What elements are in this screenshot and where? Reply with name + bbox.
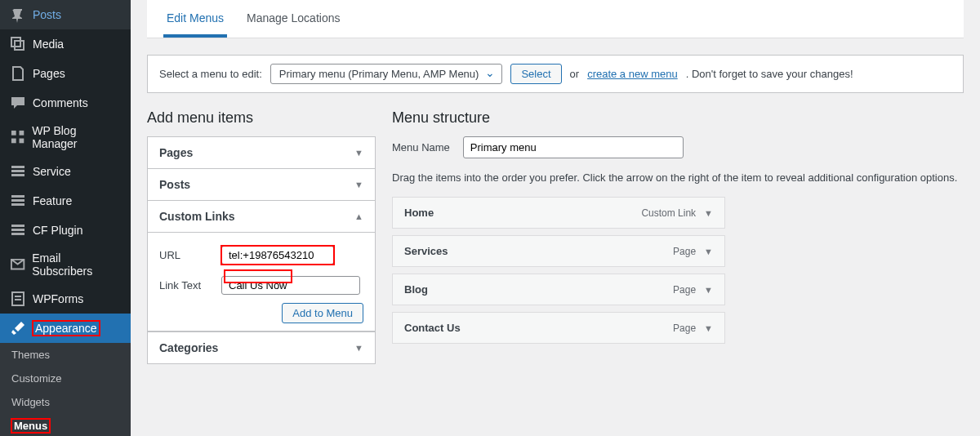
sidebar-item-appearance[interactable]: Appearance bbox=[0, 314, 131, 343]
svg-rect-0 bbox=[11, 131, 16, 136]
menu-item[interactable]: Home Custom Link ▼ bbox=[392, 197, 725, 229]
submenu-customize[interactable]: Customize bbox=[0, 367, 131, 390]
menu-item[interactable]: Services Page ▼ bbox=[392, 235, 725, 267]
list-icon bbox=[10, 222, 26, 238]
select-button[interactable]: Select bbox=[510, 64, 561, 84]
sidebar-item-label: Email Subscribers bbox=[32, 251, 121, 278]
panel-posts[interactable]: Posts ▼ bbox=[148, 169, 375, 201]
url-input[interactable] bbox=[221, 246, 334, 265]
tab-edit-menus[interactable]: Edit Menus bbox=[163, 0, 227, 38]
panel-title: Custom Links bbox=[159, 210, 235, 223]
menu-name-input[interactable] bbox=[463, 136, 684, 158]
chevron-up-icon: ▲ bbox=[354, 211, 363, 221]
svg-rect-2 bbox=[11, 139, 16, 144]
sidebar-item-wpforms[interactable]: WPForms bbox=[0, 284, 131, 314]
menu-item[interactable]: Blog Page ▼ bbox=[392, 274, 725, 305]
tabs-bar: Edit Menus Manage Locations bbox=[147, 0, 964, 38]
sidebar-item-feature[interactable]: Feature bbox=[0, 186, 131, 216]
menu-item-type: Custom Link bbox=[641, 207, 696, 219]
sidebar-item-pages[interactable]: Pages bbox=[0, 59, 131, 88]
comment-icon bbox=[10, 95, 26, 111]
sidebar-item-label: Comments bbox=[33, 96, 88, 109]
menu-item[interactable]: Contact Us Page ▼ bbox=[392, 312, 725, 344]
link-text-highlight bbox=[225, 270, 292, 283]
create-menu-link[interactable]: create a new menu bbox=[587, 68, 678, 80]
admin-sidebar: Posts Media Pages Comments WP Blog Manag… bbox=[0, 0, 131, 436]
chevron-down-icon[interactable]: ▼ bbox=[704, 247, 713, 256]
sidebar-item-label: CF Plugin bbox=[33, 224, 82, 237]
content-area: Edit Menus Manage Locations Select a men… bbox=[131, 0, 980, 436]
menu-items-list: Home Custom Link ▼ Services Page ▼ Blog … bbox=[392, 197, 725, 344]
chevron-down-icon: ▼ bbox=[354, 148, 363, 158]
tab-manage-locations[interactable]: Manage Locations bbox=[243, 0, 343, 38]
menu-item-type: Page bbox=[673, 246, 696, 257]
submenu-themes[interactable]: Themes bbox=[0, 343, 131, 367]
menu-item-title: Contact Us bbox=[404, 322, 673, 334]
sidebar-item-email-subscribers[interactable]: Email Subscribers bbox=[0, 245, 131, 284]
or-text: or bbox=[570, 68, 580, 80]
sidebar-item-label: Pages bbox=[33, 67, 65, 80]
list-icon bbox=[10, 193, 26, 209]
svg-rect-12 bbox=[11, 233, 24, 235]
svg-rect-11 bbox=[11, 229, 24, 231]
sidebar-item-label: Feature bbox=[33, 194, 72, 207]
menu-structure-column: Menu structure Menu Name Drag the items … bbox=[392, 109, 964, 436]
url-label: URL bbox=[159, 249, 213, 261]
chevron-down-icon[interactable]: ▼ bbox=[704, 285, 713, 295]
menu-select-row: Select a menu to edit: Primary menu (Pri… bbox=[147, 55, 964, 93]
sidebar-item-label: WP Blog Manager bbox=[32, 124, 121, 150]
panel-title: Pages bbox=[159, 146, 193, 159]
svg-rect-5 bbox=[11, 170, 24, 172]
panel-custom-links[interactable]: Custom Links ▲ bbox=[148, 201, 375, 233]
suffix-text: . Don't forget to save your changes! bbox=[686, 68, 853, 80]
svg-rect-9 bbox=[11, 203, 24, 206]
svg-rect-8 bbox=[11, 199, 24, 202]
sidebar-item-wp-blog-manager[interactable]: WP Blog Manager bbox=[0, 118, 131, 157]
svg-rect-4 bbox=[11, 166, 24, 168]
panel-title: Categories bbox=[159, 341, 218, 354]
sidebar-item-label: Appearance bbox=[33, 321, 100, 336]
panel-pages[interactable]: Pages ▼ bbox=[148, 137, 375, 169]
panel-categories[interactable]: Categories ▼ bbox=[148, 331, 375, 363]
pin-icon bbox=[10, 7, 26, 23]
sidebar-item-posts[interactable]: Posts bbox=[0, 0, 131, 29]
menu-item-type: Page bbox=[673, 284, 696, 296]
chevron-down-icon: ▼ bbox=[354, 343, 363, 353]
menu-item-type: Page bbox=[673, 323, 696, 334]
submenu-label: Menus bbox=[11, 419, 50, 433]
media-icon bbox=[10, 36, 26, 52]
chevron-down-icon[interactable]: ▼ bbox=[704, 208, 713, 218]
menu-structure-heading: Menu structure bbox=[392, 109, 964, 127]
form-icon bbox=[10, 291, 26, 307]
page-icon bbox=[10, 65, 26, 82]
add-to-menu-button[interactable]: Add to Menu bbox=[282, 303, 363, 323]
sidebar-item-comments[interactable]: Comments bbox=[0, 88, 131, 118]
list-icon bbox=[10, 163, 26, 180]
sidebar-item-label: Service bbox=[33, 165, 71, 178]
sidebar-item-label: Posts bbox=[33, 8, 61, 21]
menu-dropdown[interactable]: Primary menu (Primary Menu, AMP Menu) bbox=[270, 64, 503, 84]
sidebar-item-service[interactable]: Service bbox=[0, 157, 131, 186]
submenu-widgets[interactable]: Widgets bbox=[0, 390, 131, 414]
drag-hint: Drag the items into the order you prefer… bbox=[392, 171, 964, 184]
envelope-icon bbox=[10, 256, 25, 273]
menu-item-title: Home bbox=[404, 207, 641, 219]
sidebar-item-label: WPForms bbox=[33, 292, 83, 305]
svg-rect-7 bbox=[11, 195, 24, 198]
custom-links-body: URL Link Text Add to Menu bbox=[148, 233, 375, 331]
svg-rect-6 bbox=[11, 174, 24, 176]
panel-title: Posts bbox=[159, 178, 190, 191]
grid-icon bbox=[10, 129, 25, 145]
svg-rect-1 bbox=[20, 131, 24, 136]
sidebar-item-cf-plugin[interactable]: CF Plugin bbox=[0, 216, 131, 245]
appearance-submenu: Themes Customize Widgets Menus Header bbox=[0, 343, 131, 436]
menu-item-title: Services bbox=[404, 245, 673, 257]
chevron-down-icon[interactable]: ▼ bbox=[704, 323, 713, 333]
brush-icon bbox=[10, 320, 26, 336]
sidebar-item-media[interactable]: Media bbox=[0, 29, 131, 59]
submenu-menus[interactable]: Menus bbox=[0, 414, 131, 436]
menu-name-label: Menu Name bbox=[392, 141, 450, 153]
svg-rect-3 bbox=[20, 139, 24, 144]
sidebar-item-label: Media bbox=[33, 38, 64, 51]
chevron-down-icon: ▼ bbox=[354, 180, 363, 189]
